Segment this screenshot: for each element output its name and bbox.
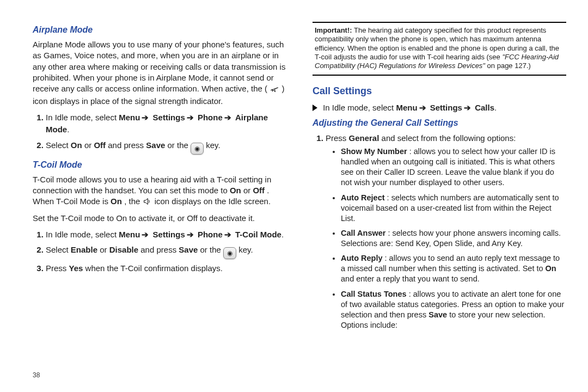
menu-label: Menu <box>396 103 417 112</box>
option-title: Call Answer <box>341 229 385 237</box>
menu-label: Phone <box>198 230 223 239</box>
text: In Idle mode, select <box>323 103 396 112</box>
option-title: Auto Reject <box>341 193 385 202</box>
left-column: Airplane Mode Airplane Mode allows you t… <box>33 22 299 381</box>
list-item: Auto Reply : allows you to send an auto … <box>341 253 566 284</box>
option-label: Disable <box>109 245 138 254</box>
menu-label: T-Coil Mode <box>235 230 281 239</box>
option-label: Enable <box>71 245 97 254</box>
tcoil-steps: In Idle mode, select Menu➔ Settings➔ Pho… <box>46 229 286 275</box>
text: or <box>84 140 94 150</box>
text: , the <box>124 197 142 206</box>
list-item: Call Answer : selects how your phone ans… <box>341 228 566 249</box>
arrow-icon: ➔ <box>418 102 428 113</box>
option-title: Show My Number <box>341 147 407 156</box>
option-body: and enter a reply that you want to send. <box>341 274 480 283</box>
text: Press <box>46 264 69 273</box>
speaker-icon <box>142 197 152 209</box>
action-label: Save <box>179 245 198 254</box>
menu-label: Menu <box>119 113 140 122</box>
heading-call-settings: Call Settings <box>313 85 566 97</box>
text: Select <box>46 245 71 254</box>
text: on page 127.) <box>487 62 531 70</box>
action-label: Save <box>146 140 165 150</box>
text: and select from the following options: <box>382 133 516 143</box>
option-label: On <box>111 197 122 206</box>
heading-tcoil-mode: T-Coil Mode <box>33 160 286 170</box>
important-note: Important!: The hearing aid category spe… <box>313 22 566 76</box>
step: In Idle mode, select Menu➔ Settings➔ Pho… <box>46 229 286 241</box>
option-label: On <box>230 186 241 195</box>
tcoil-set-instruction: Set the T-Coil mode to On to activate it… <box>33 213 286 224</box>
heading-adjusting-general: Adjusting the General Call Settings <box>313 118 566 128</box>
arrow-icon: ➔ <box>140 229 150 241</box>
text: and press <box>140 245 179 254</box>
list-item: Show My Number : allows you to select ho… <box>341 146 566 188</box>
general-steps: Press General and select from the follow… <box>326 132 566 331</box>
right-column: Important!: The hearing aid category spe… <box>299 22 566 381</box>
arrow-icon: ➔ <box>462 102 473 113</box>
text: key. <box>238 245 253 254</box>
option-label: On <box>546 264 556 273</box>
step: Press Yes when the T-Coil confirmation d… <box>46 262 286 275</box>
option-label: Off <box>94 140 106 150</box>
step: In Idle mode, select Menu➔ Settings➔ Pho… <box>46 112 286 136</box>
menu-label: Settings <box>153 113 185 122</box>
ok-key-icon: ◉ <box>223 247 236 259</box>
manual-page: Airplane Mode Airplane Mode allows you t… <box>0 0 588 392</box>
text: and press <box>108 140 146 150</box>
menu-label: Calls <box>475 103 494 112</box>
arrow-icon: ➔ <box>223 112 233 124</box>
text: In Idle mode, select <box>46 113 119 122</box>
general-options: Show My Number : allows you to select ho… <box>341 146 566 330</box>
list-item: Call Status Tones : allows you to activa… <box>341 289 566 331</box>
option-title: Auto Reply <box>341 254 383 262</box>
airplane-steps: In Idle mode, select Menu➔ Settings➔ Pho… <box>46 112 286 155</box>
tcoil-description: T-Coil mode allows you to use a hearing … <box>33 174 286 209</box>
call-settings-path: In Idle mode, select Menu➔ Settings➔ Cal… <box>313 102 566 113</box>
page-number: 38 <box>33 371 40 379</box>
text: or <box>100 245 109 254</box>
text: Press <box>326 133 349 143</box>
option-label: Off <box>253 186 265 195</box>
arrow-icon: ➔ <box>185 229 195 241</box>
text: Select <box>46 140 71 150</box>
menu-label: Settings <box>153 230 185 239</box>
text: or the <box>200 245 224 254</box>
arrow-icon: ➔ <box>185 112 195 124</box>
arrow-icon: ➔ <box>140 112 150 124</box>
important-label: Important!: <box>315 26 352 34</box>
arrow-icon: ➔ <box>223 229 233 241</box>
ok-key-icon: ◉ <box>191 143 204 155</box>
menu-label: Menu <box>119 230 140 239</box>
action-label: Yes <box>69 264 83 273</box>
heading-airplane-mode: Airplane Mode <box>33 25 286 35</box>
list-item: Auto Reject : selects which numbers are … <box>341 193 566 224</box>
chevron-icon <box>313 105 317 111</box>
menu-label: Settings <box>430 103 462 112</box>
text: In Idle mode, select <box>46 230 119 239</box>
text: Airplane Mode allows you to use many of … <box>33 40 285 93</box>
text: when the T-Coil confirmation displays. <box>85 264 223 273</box>
option-label: On <box>71 140 82 150</box>
text: or <box>243 186 253 195</box>
option-title: Call Status Tones <box>341 290 407 298</box>
option-label: General <box>349 133 379 143</box>
menu-label: Phone <box>198 113 223 122</box>
step: Select Enable or Disable and press Save … <box>46 244 286 259</box>
text: or the <box>168 140 191 150</box>
text: icon displays on the Idle screen. <box>155 197 271 206</box>
airplane-icon <box>270 84 279 96</box>
step: Press General and select from the follow… <box>326 132 566 331</box>
action-label: Save <box>428 310 447 319</box>
text: key. <box>206 140 220 150</box>
step: Select On or Off and press Save or the ◉… <box>46 139 286 155</box>
airplane-mode-description: Airplane Mode allows you to use many of … <box>33 39 286 107</box>
